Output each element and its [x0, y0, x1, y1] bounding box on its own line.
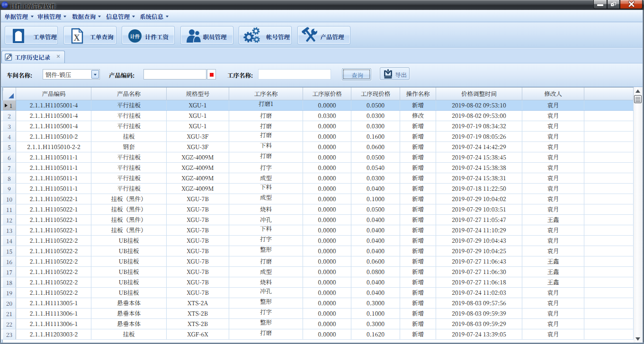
svg-text:计件: 计件: [130, 33, 140, 40]
svg-text:X: X: [73, 33, 80, 43]
